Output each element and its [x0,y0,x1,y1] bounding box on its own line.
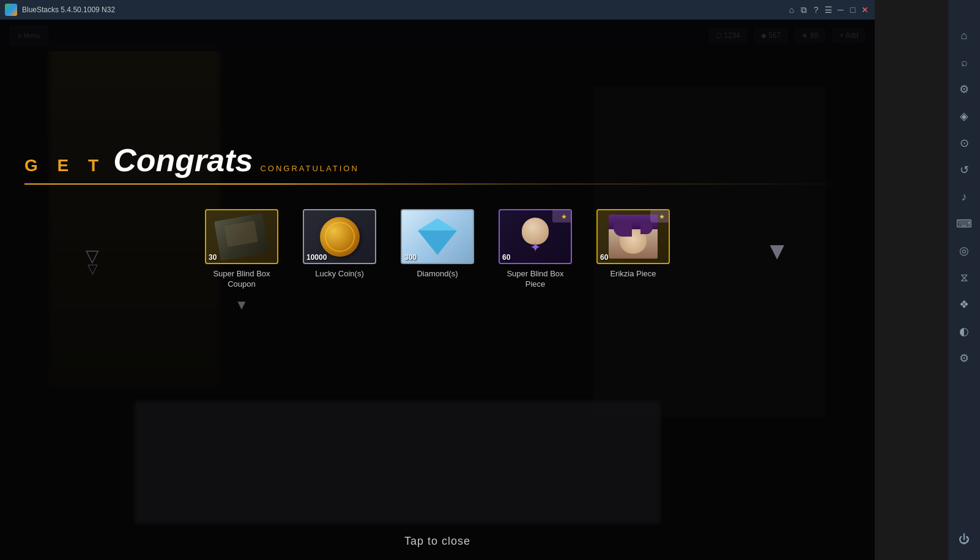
reward-item-blind-box-piece[interactable]: ★ ✦ 60 Super Blind BoxPiece [492,209,578,290]
congrats-section: G E T Congrats CONGRATULATION ▽ ▽ 30 Sup… [0,142,875,313]
sidebar-home-icon[interactable]: ⌂ [953,24,975,46]
sidebar-gamepad-icon[interactable]: ◈ [953,105,975,127]
reward-icon-blind-box: 30 [205,209,278,264]
congrats-divider [24,183,850,185]
sidebar-macro-icon[interactable]: ⧖ [953,267,975,289]
bottom-panel-bg [135,401,661,523]
reward-icon-diamond: 300 [401,209,474,264]
title-bar: BlueStacks 5.4.50.1009 N32 ⌂ ⧉ ? ☰ ─ □ ✕ [0,0,875,20]
title-bar-controls: ⌂ ⧉ ? ☰ ─ □ ✕ [787,5,870,15]
reward-count-3: 300 [404,253,417,262]
rewards-container: ▽ ▽ 30 Super Blind BoxCoupon ▼ 10000 Luc… [0,209,875,313]
sidebar-volume-icon[interactable]: ♪ [953,186,975,208]
reward-name-2: Lucky Coin(s) [315,269,363,279]
reward-item-super-blind-box-coupon[interactable]: 30 Super Blind BoxCoupon ▼ [199,209,284,313]
close-btn[interactable]: ✕ [860,5,870,15]
get-text: G E T [24,156,106,175]
reward-count-4: 60 [502,253,510,262]
nav-arrow-right[interactable]: ▼ [765,237,789,264]
home-btn[interactable]: ⌂ [787,5,796,15]
multi-instance-btn[interactable]: ⧉ [799,5,809,15]
help-btn[interactable]: ? [811,5,821,15]
sidebar-eco-icon[interactable]: ◐ [953,320,975,342]
title-bar-text: BlueStacks 5.4.50.1009 N32 [22,6,787,14]
down-arrow-1: ▼ [235,297,248,313]
sidebar-settings-icon[interactable]: ⚙ [953,78,975,100]
right-sidebar: ⌂ ⌕ ⚙ ◈ ⊙ ↺ ♪ ⌨ ◎ ⧖ ❖ ◐ ⚙ ⏻ [948,0,980,560]
congrats-sub-text: CONGRATULATION [260,164,358,173]
bluestacks-logo [5,4,17,16]
sidebar-keyboard-icon[interactable]: ⌨ [953,213,975,235]
reward-icon-piece: ★ ✦ 60 [499,209,572,264]
diamond-visual [418,218,458,255]
sidebar-power-icon[interactable]: ⏻ [953,528,975,550]
reward-name-5: Erikzia Piece [610,269,656,279]
reward-count-2: 10000 [306,253,327,262]
nav-arrow-left[interactable]: ▽ ▽ [86,245,99,276]
sidebar-rotate-icon[interactable]: ↺ [953,159,975,181]
coin-visual [320,217,360,257]
sidebar-search-icon[interactable]: ⌕ [953,51,975,73]
sidebar-location-icon[interactable]: ◎ [953,240,975,262]
congrats-main-text: Congrats [113,142,253,179]
diamond-shape [418,218,457,230]
item-stars-4: ★ [561,213,567,221]
reward-name-3: Diamond(s) [417,269,458,279]
reward-icon-coin: 10000 [303,209,376,264]
reward-item-erikzia[interactable]: ★ 60 Erikzia Piece [590,209,676,279]
item-stars-5: ★ [659,213,665,221]
reward-name-1: Super Blind BoxCoupon [213,269,270,290]
sidebar-camera-icon[interactable]: ⊙ [953,132,975,154]
maximize-btn[interactable]: □ [848,5,858,15]
sidebar-gear-icon[interactable]: ⚙ [953,347,975,369]
reward-count-5: 60 [600,253,608,262]
menu-btn[interactable]: ☰ [823,5,833,15]
game-area: ≡ Menu ⬡ 1234 ◆ 567 ★ 89 + Add G E T Con… [0,20,875,560]
sidebar-multi-icon[interactable]: ❖ [953,293,975,315]
reward-icon-erikzia: ★ 60 [596,209,670,264]
reward-item-diamonds[interactable]: 300 Diamond(s) [395,209,480,279]
erikzia-visual [609,215,658,259]
reward-count-1: 30 [209,253,217,262]
reward-item-lucky-coins[interactable]: 10000 Lucky Coin(s) [297,209,382,279]
minimize-btn[interactable]: ─ [836,5,845,15]
congrats-header: G E T Congrats CONGRATULATION [0,142,875,179]
tap-to-close[interactable]: Tap to close [404,535,470,548]
blind-box-visual [214,213,269,260]
reward-name-4: Super Blind BoxPiece [507,269,563,290]
